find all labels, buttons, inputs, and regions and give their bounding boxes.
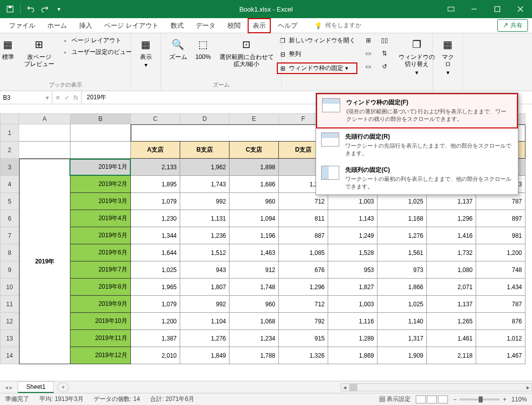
cell[interactable]: 748	[476, 261, 525, 279]
cell[interactable]: 960	[230, 296, 279, 313]
fx-icon[interactable]: fx	[73, 94, 78, 101]
tab-formulas[interactable]: 数式	[166, 18, 189, 33]
cell[interactable]: 1,276	[180, 330, 230, 347]
cell[interactable]: 1,962	[180, 159, 230, 176]
cell[interactable]: 1,079	[131, 193, 180, 210]
cell[interactable]: 1,230	[131, 210, 180, 227]
switch-windows-button[interactable]: ❐ウィンドウの 切り替え▾	[396, 35, 438, 77]
new-window-button[interactable]: ❐新しいウィンドウを開く	[277, 35, 357, 46]
cell[interactable]: 1,080	[427, 261, 476, 279]
col-header[interactable]: B	[70, 113, 131, 124]
cell[interactable]: 2019年1月	[70, 159, 131, 176]
save-icon[interactable]	[4, 3, 16, 15]
freeze-first-col-item[interactable]: 先頭列の固定(C)ワークシートの最初の列を表示したままで、他の部分をスクロールで…	[316, 162, 518, 195]
cell[interactable]: 1,296	[427, 210, 476, 227]
cell[interactable]: C支店	[230, 142, 279, 159]
row-header[interactable]: 2	[0, 142, 19, 159]
cell[interactable]: 1,827	[328, 279, 377, 296]
cell[interactable]: 973	[377, 261, 427, 279]
tab-review[interactable]: 校閲	[222, 18, 246, 33]
cell[interactable]: 1,326	[279, 347, 328, 364]
cell[interactable]: B支店	[180, 142, 230, 159]
cell[interactable]: 897	[476, 210, 525, 227]
cell[interactable]: 2019年9月	[70, 296, 131, 313]
name-box[interactable]: B3▾	[0, 91, 52, 104]
cell[interactable]: 2019年5月	[70, 227, 131, 244]
cell[interactable]: 1,528	[328, 244, 377, 261]
row-header[interactable]: 10	[0, 279, 19, 296]
view-mode-buttons[interactable]	[416, 395, 448, 403]
zoom-level[interactable]: 110%	[511, 396, 527, 403]
cell[interactable]: 1,143	[328, 210, 377, 227]
row-header[interactable]: 11	[0, 296, 19, 313]
cell[interactable]: 876	[476, 313, 525, 330]
cell[interactable]: 1,265	[427, 313, 476, 330]
sheet-tab[interactable]: Sheet1	[18, 381, 54, 393]
cell[interactable]: 2,118	[427, 347, 476, 364]
redo-icon[interactable]	[39, 3, 51, 15]
cell[interactable]	[70, 142, 131, 159]
hide-button[interactable]: ▭	[362, 48, 374, 58]
cell[interactable]: 1,748	[230, 279, 279, 296]
zoom-slider[interactable]: −+	[453, 396, 506, 403]
view-pagebreak-button[interactable]: ⊞改ページ プレビュー	[21, 35, 57, 69]
tab-data[interactable]: データ	[191, 18, 220, 33]
cell[interactable]: 1,012	[476, 330, 525, 347]
row-header[interactable]: 9	[0, 261, 19, 279]
ribbon-options-icon[interactable]	[439, 0, 463, 18]
qat-dropdown-icon[interactable]: ▾	[53, 3, 65, 15]
tab-home[interactable]: ホーム	[42, 18, 72, 33]
cell[interactable]: 1,025	[377, 193, 427, 210]
cell[interactable]: 1,387	[131, 330, 180, 347]
select-all[interactable]	[0, 113, 19, 124]
row-header[interactable]: 5	[0, 193, 19, 210]
cell[interactable]: 1,416	[427, 227, 476, 244]
close-icon[interactable]	[509, 0, 532, 18]
cell[interactable]: 1,137	[427, 296, 476, 313]
cell[interactable]: 1,140	[377, 313, 427, 330]
cell[interactable]: 1,003	[328, 296, 377, 313]
cell[interactable]: 1,807	[180, 279, 230, 296]
cell[interactable]: 1,895	[131, 176, 180, 193]
cell[interactable]: 1,434	[476, 279, 525, 296]
cell[interactable]: 1,200	[476, 244, 525, 261]
cell[interactable]: 1,461	[427, 330, 476, 347]
cell[interactable]: 811	[279, 210, 328, 227]
zoom-selection-button[interactable]: ⊡選択範囲に合わせて 拡大/縮小	[216, 35, 277, 69]
cell[interactable]: 1,200	[131, 313, 180, 330]
cell[interactable]: 1,276	[377, 227, 427, 244]
row-header[interactable]: 3	[0, 159, 19, 176]
unhide-button[interactable]: ▭	[362, 61, 374, 72]
row-header[interactable]: 12	[0, 313, 19, 330]
cell[interactable]: 2019年3月	[70, 193, 131, 210]
tell-me[interactable]: 💡何をしますか	[315, 21, 361, 30]
cell[interactable]: 2019年2月	[70, 176, 131, 193]
cell[interactable]: 712	[279, 193, 328, 210]
cell[interactable]: 2019年11月	[70, 330, 131, 347]
cell[interactable]: 1,866	[377, 279, 427, 296]
cell[interactable]: 712	[279, 296, 328, 313]
cell[interactable]: 943	[180, 261, 230, 279]
macros-button[interactable]: ▦マクロ▾	[437, 35, 459, 77]
cell[interactable]: 981	[476, 227, 525, 244]
cell[interactable]: 1,512	[180, 244, 230, 261]
show-button[interactable]: ▦表示▾	[135, 35, 157, 70]
cell[interactable]: 1,025	[377, 296, 427, 313]
tab-help[interactable]: ヘルプ	[273, 18, 302, 33]
cell[interactable]: 1,909	[377, 347, 427, 364]
cell[interactable]: 960	[230, 193, 279, 210]
cell[interactable]: 787	[476, 193, 525, 210]
cell[interactable]: 1,644	[131, 244, 180, 261]
freeze-top-row-item[interactable]: 先頭行の固定(R)ワークシートの先頭行を表示したままで、他の部分をスクロールでき…	[316, 128, 518, 162]
enter-formula-icon[interactable]: ✓	[64, 94, 69, 101]
cell[interactable]: 1,249	[328, 227, 377, 244]
view-side-button[interactable]: ▯▯	[378, 35, 391, 45]
freeze-panes-button[interactable]: ⊞ウィンドウ枠の固定 ▾	[277, 62, 357, 74]
row-header[interactable]: 14	[0, 347, 19, 364]
col-header[interactable]: D	[180, 113, 230, 124]
cell[interactable]	[19, 124, 70, 142]
cell[interactable]: 1,344	[131, 227, 180, 244]
zoom-100-button[interactable]: ⬚100%	[192, 35, 214, 61]
cell[interactable]: 1,168	[377, 210, 427, 227]
cell[interactable]: 2019年12月	[70, 347, 131, 364]
